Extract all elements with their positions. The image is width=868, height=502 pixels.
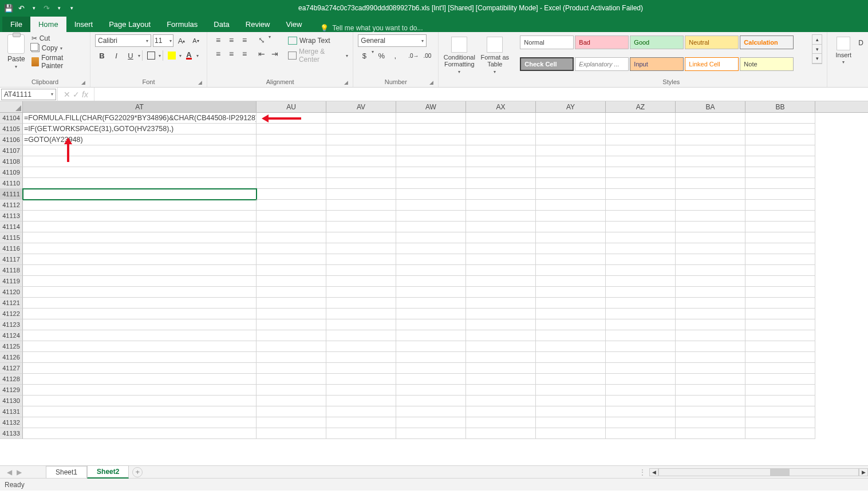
cell[interactable] [745,124,815,135]
align-center-icon[interactable]: ≡ [225,48,238,60]
cell[interactable] [326,232,396,243]
cell[interactable] [536,287,606,298]
cell[interactable] [326,156,396,167]
undo-icon[interactable]: ↶ [16,3,26,13]
cell[interactable] [23,167,257,178]
cut-button[interactable]: ✂Cut [31,34,85,42]
tab-formulas[interactable]: Formulas [159,17,206,32]
row-header[interactable]: 41126 [0,352,23,363]
row-header[interactable]: 41110 [0,178,23,189]
cell[interactable] [466,124,536,135]
cell[interactable] [396,211,466,222]
insert-cells-button[interactable]: Insert ▾ [832,34,855,84]
cell[interactable] [606,417,676,428]
scroll-down-icon[interactable]: ▾ [812,45,822,54]
cell[interactable] [606,135,676,145]
cell[interactable] [466,287,536,298]
cell[interactable] [466,265,536,276]
cell[interactable] [326,298,396,309]
cell[interactable] [676,276,745,287]
cell[interactable] [466,341,536,352]
cell[interactable] [326,243,396,254]
sheet-tab-sheet2[interactable]: Sheet2 [87,465,129,479]
cell[interactable] [606,145,676,156]
style-check-cell[interactable]: Check Cell [520,57,574,71]
gallery-expand-icon[interactable]: ▾ [812,54,822,64]
cell[interactable] [606,298,676,309]
cell[interactable] [396,319,466,330]
cell[interactable] [536,417,606,428]
increase-indent-icon[interactable]: ⇥ [269,48,281,60]
row-header[interactable]: 41104 [0,113,23,124]
cell[interactable] [466,319,536,330]
cell[interactable] [536,156,606,167]
cell[interactable] [326,352,396,363]
row-header[interactable]: 41109 [0,167,23,178]
cell[interactable] [396,276,466,287]
cell[interactable] [23,396,257,406]
cell[interactable] [23,276,257,287]
cell[interactable] [466,417,536,428]
cell[interactable] [326,341,396,352]
cell[interactable] [396,406,466,417]
cell[interactable] [396,254,466,265]
cell[interactable] [326,319,396,330]
name-box[interactable]: AT41111▾ [1,89,56,100]
wrap-text-button[interactable]: Wrap Text [288,34,348,47]
cell[interactable] [676,406,745,417]
cell[interactable] [23,232,257,243]
cell[interactable] [745,298,815,309]
delete-partial[interactable]: D [858,34,863,84]
scroll-right-icon[interactable]: ▶ [859,468,868,476]
col-header-BA[interactable]: BA [676,101,745,112]
cell[interactable] [676,287,745,298]
format-painter-button[interactable]: Format Painter [31,54,85,70]
underline-button[interactable]: U [124,49,137,62]
cell[interactable] [536,124,606,135]
style-neutral[interactable]: Neutral [685,35,739,49]
cell[interactable] [676,200,745,211]
cell[interactable] [536,211,606,222]
col-header-AU[interactable]: AU [257,101,326,112]
cell[interactable] [326,222,396,232]
row-header[interactable]: 41124 [0,330,23,341]
cell[interactable] [396,428,466,439]
cell[interactable] [326,135,396,145]
cell[interactable]: =IF(GET.WORKSPACE(31),GOTO(HV23758),) [23,124,257,135]
cell[interactable] [536,265,606,276]
cell[interactable] [606,363,676,374]
select-all-corner[interactable] [0,101,23,112]
row-header[interactable]: 41122 [0,309,23,319]
cell[interactable] [536,189,606,200]
style-bad[interactable]: Bad [575,35,629,49]
cell[interactable] [23,298,257,309]
qat-customize-icon[interactable]: ▾ [66,3,77,13]
cell[interactable] [606,309,676,319]
cell[interactable] [745,254,815,265]
cell[interactable] [606,287,676,298]
cell[interactable] [466,222,536,232]
cell[interactable] [676,363,745,374]
cell[interactable] [536,385,606,396]
cell[interactable] [326,265,396,276]
cell[interactable] [326,276,396,287]
cell[interactable] [606,374,676,385]
cell[interactable] [676,319,745,330]
style-explanatory[interactable]: Explanatory ... [575,57,629,71]
dialog-launcher-icon[interactable]: ◢ [429,80,433,85]
cell[interactable] [23,417,257,428]
cell[interactable] [326,309,396,319]
decrease-indent-icon[interactable]: ⇤ [255,48,268,60]
cell[interactable] [466,352,536,363]
cell[interactable] [257,124,326,135]
cell[interactable] [606,276,676,287]
cell[interactable] [23,330,257,341]
cell[interactable] [23,406,257,417]
cell[interactable] [396,396,466,406]
cell[interactable] [676,417,745,428]
cell[interactable] [745,222,815,232]
cell[interactable] [606,124,676,135]
row-header[interactable]: 41107 [0,145,23,156]
new-sheet-button[interactable]: + [132,467,143,477]
col-header-AT[interactable]: AT [23,101,257,112]
